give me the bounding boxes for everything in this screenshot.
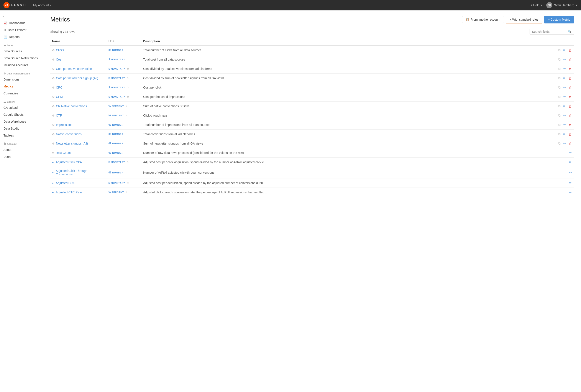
col-header-description: Description <box>141 37 553 45</box>
delete-button[interactable]: 🗑 <box>568 76 572 80</box>
gear-icon: ⚙ <box>52 67 55 70</box>
logo[interactable]: FUNNEL <box>3 2 28 8</box>
edit-button[interactable]: ✏ <box>569 180 572 185</box>
unit-text: MONETARY <box>111 58 125 61</box>
copy-button[interactable]: ⧉ <box>558 57 561 62</box>
row-actions: ⧉✏🗑 <box>553 45 574 55</box>
edit-button[interactable]: ✏ <box>563 57 567 62</box>
edit-button[interactable]: ✏ <box>569 170 572 175</box>
edit-button[interactable]: ✏ <box>563 48 567 52</box>
metric-name-link[interactable]: ⚙Clicks <box>52 48 105 52</box>
edit-button[interactable]: ✏ <box>569 160 572 164</box>
fx-badge: fx <box>127 77 129 80</box>
edit-button[interactable]: ✏ <box>569 150 572 155</box>
nav-account-button[interactable]: My Account ▾ <box>33 4 51 7</box>
sidebar-item-data-studio[interactable]: Data Studio <box>0 125 43 132</box>
sidebar-item-dimensions[interactable]: Dimensions <box>0 76 43 83</box>
from-another-account-button[interactable]: 📋 From another account <box>462 16 504 23</box>
sidebar-collapse-button[interactable]: « <box>0 13 43 20</box>
metric-name-link[interactable]: ⚙Cost per newsletter signup (All) <box>52 76 105 80</box>
sidebar-item-reports[interactable]: 📄 Reports <box>0 34 43 40</box>
metric-name-link[interactable]: ⚙CPM <box>52 95 105 98</box>
unit-badge: $ MONETARY fx <box>108 67 140 70</box>
edit-button[interactable]: ✏ <box>563 141 567 146</box>
metric-name-link[interactable]: ⚙CR Native conversions <box>52 104 105 108</box>
metric-name-link[interactable]: ⚙Cost per native conversion <box>52 67 105 70</box>
sidebar-item-data-source-notifications[interactable]: Data Source Notifications <box>0 55 43 62</box>
sidebar-item-metrics[interactable]: Metrics <box>0 83 43 90</box>
unit-symbol: $ <box>108 58 110 61</box>
search-box[interactable]: 🔍 <box>530 29 574 35</box>
metric-name-link[interactable]: ↩Adjusted Click CPA <box>52 160 105 164</box>
sidebar-item-google-sheets[interactable]: Google Sheets <box>0 111 43 118</box>
metric-description: Adjusted cost per acquisition, spend div… <box>141 178 553 188</box>
metric-name-link[interactable]: ⚙Impressions <box>52 123 105 126</box>
avatar: SH <box>546 2 552 8</box>
copy-button[interactable]: ⧉ <box>558 132 561 136</box>
copy-button[interactable]: ⧉ <box>558 48 561 52</box>
table-row: ↩Adjusted Click-Through Conversions 09 N… <box>50 167 574 178</box>
edit-button[interactable]: ✏ <box>563 122 567 127</box>
user-menu-button[interactable]: SH Sven Hamberg ▾ <box>546 2 578 8</box>
sidebar-item-ga-upload[interactable]: GA upload <box>0 104 43 111</box>
delete-button[interactable]: 🗑 <box>568 85 572 90</box>
metric-name-link[interactable]: ↩Adjusted CPA <box>52 181 105 185</box>
metric-description: Total number of impressions from all dat… <box>141 120 553 130</box>
sidebar-item-included-accounts[interactable]: Included Accounts <box>0 62 43 68</box>
sidebar-item-data-explorer[interactable]: ⊞ Data Explorer <box>0 26 43 34</box>
metric-name-link[interactable]: ↩Adjusted Click-Through Conversions <box>52 169 105 176</box>
gear-icon: ⚙ <box>52 123 55 126</box>
edit-button[interactable]: ✏ <box>563 94 567 99</box>
delete-button[interactable]: 🗑 <box>568 67 572 71</box>
metric-name-link[interactable]: ⚙Newsletter signups (All) <box>52 142 105 145</box>
copy-button[interactable]: ⧉ <box>558 141 561 146</box>
svg-point-0 <box>5 5 6 6</box>
copy-button[interactable]: ⧉ <box>558 104 561 108</box>
help-button[interactable]: ? Help ▾ <box>531 4 542 7</box>
metric-name-link[interactable]: ⚙CPC <box>52 86 105 89</box>
table-row: ⚙Impressions 09 NUMBER Total number of i… <box>50 120 574 130</box>
with-standard-rules-button[interactable]: + With standard rules <box>506 16 542 24</box>
copy-button[interactable]: ⧉ <box>558 94 561 99</box>
delete-button[interactable]: 🗑 <box>568 132 572 136</box>
sidebar-item-data-sources[interactable]: Data Sources <box>0 48 43 55</box>
delete-button[interactable]: 🗑 <box>568 95 572 99</box>
sidebar-item-about[interactable]: About <box>0 146 43 153</box>
search-input[interactable] <box>532 30 567 34</box>
sidebar-item-data-warehouse[interactable]: Data Warehouse <box>0 118 43 125</box>
delete-button[interactable]: 🗑 <box>568 104 572 108</box>
copy-button[interactable]: ⧉ <box>558 113 561 118</box>
svg-point-1 <box>7 4 8 5</box>
metric-name-link[interactable]: ⚙Cost <box>52 58 105 61</box>
metric-name-link[interactable]: ✏Row Count <box>52 151 105 154</box>
metric-name-link[interactable]: ↩Adjusted CTC Rate <box>52 190 105 194</box>
unit-symbol: 09 <box>108 142 111 145</box>
sidebar-item-dashboards[interactable]: 📈 Dashboards <box>0 20 43 26</box>
unit-badge: 09 NUMBER <box>108 142 140 145</box>
copy-button[interactable]: ⧉ <box>558 66 561 71</box>
custom-metric-button[interactable]: + Custom Metric <box>544 16 574 24</box>
sidebar-item-currencies[interactable]: Currencies <box>0 90 43 97</box>
copy-button[interactable]: ⧉ <box>558 122 561 127</box>
delete-button[interactable]: 🗑 <box>568 48 572 52</box>
delete-button[interactable]: 🗑 <box>568 123 572 127</box>
edit-button[interactable]: ✏ <box>563 66 567 71</box>
edit-button[interactable]: ✏ <box>563 104 567 108</box>
delete-button[interactable]: 🗑 <box>568 141 572 146</box>
metric-name-link[interactable]: ⚙Native conversions <box>52 132 105 136</box>
delete-button[interactable]: 🗑 <box>568 113 572 118</box>
table-row: ✏Row Count 09 NUMBER Number of raw data … <box>50 148 574 158</box>
copy-button[interactable]: ⧉ <box>558 76 561 80</box>
metric-name-link[interactable]: ⚙CTR <box>52 114 105 117</box>
unit-symbol: % <box>108 104 111 108</box>
edit-button[interactable]: ✏ <box>563 76 567 80</box>
edit-button[interactable]: ✏ <box>563 85 567 90</box>
edit-button[interactable]: ✏ <box>569 190 572 195</box>
delete-button[interactable]: 🗑 <box>568 57 572 62</box>
sidebar-item-tableau[interactable]: Tableau <box>0 132 43 139</box>
edit-button[interactable]: ✏ <box>563 132 567 136</box>
adroll-icon: ↩ <box>52 171 54 174</box>
copy-button[interactable]: ⧉ <box>558 85 561 90</box>
edit-button[interactable]: ✏ <box>563 113 567 118</box>
sidebar-item-users[interactable]: Users <box>0 153 43 160</box>
